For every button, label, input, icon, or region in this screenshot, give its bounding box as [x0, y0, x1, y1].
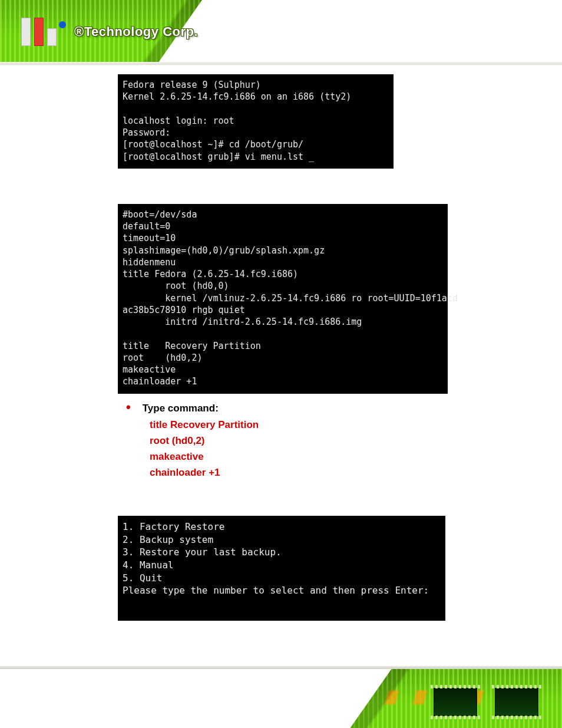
instruction-heading: • Type command: [126, 401, 456, 414]
brand-name: Technology Corp. [84, 24, 198, 39]
chip-icon [434, 688, 477, 716]
brand-logo: ®Technology Corp. [19, 15, 198, 48]
decorative-chips [434, 688, 538, 716]
brand-text: ®Technology Corp. [74, 24, 198, 39]
instructions-block: • Type command: title Recovery Partition… [126, 401, 456, 481]
instruction-heading-text: Type command: [143, 403, 219, 414]
command-line: chainloader +1 [150, 465, 456, 480]
footer-white-shape [0, 666, 416, 728]
command-line: makeactive [150, 449, 456, 465]
terminal-recovery-menu: 1. Factory Restore 2. Backup system 3. R… [118, 516, 445, 621]
page-content: Fedora release 9 (Sulphur) Kernel 2.6.25… [0, 65, 562, 666]
page-footer [0, 666, 562, 728]
brand-reg: ® [74, 24, 84, 39]
iei-logo-icon [19, 15, 68, 48]
command-line: title Recovery Partition [150, 417, 456, 433]
footer-divider [0, 666, 562, 669]
page-header: ®Technology Corp. [0, 0, 562, 65]
bullet-icon: • [126, 401, 131, 414]
terminal-login: Fedora release 9 (Sulphur) Kernel 2.6.25… [118, 74, 394, 169]
command-lines: title Recovery Partition root (hd0,2) ma… [150, 417, 456, 481]
terminal-grub-config: #boot=/dev/sda default=0 timeout=10 spla… [118, 204, 448, 394]
command-line: root (hd0,2) [150, 433, 456, 449]
chip-icon [495, 688, 538, 716]
